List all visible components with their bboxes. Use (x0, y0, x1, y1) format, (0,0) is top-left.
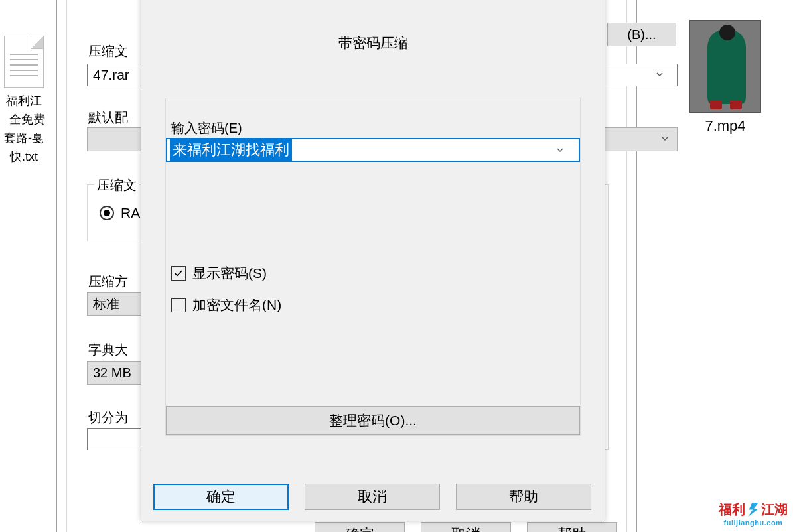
chevron-down-icon[interactable] (548, 139, 572, 161)
format-rar-radio[interactable]: RA (100, 205, 140, 221)
archive-name-label: 压缩文 (88, 42, 128, 60)
checkbox-unchecked-icon (171, 298, 186, 312)
parent-ok-button[interactable]: 确完 (315, 522, 405, 532)
dict-label: 字典大 (88, 341, 128, 359)
format-legend: 压缩文 (94, 176, 139, 194)
chevron-down-icon[interactable] (654, 67, 665, 83)
chevron-down-icon[interactable] (660, 132, 670, 147)
checkbox-checked-icon (171, 266, 186, 281)
profile-label: 默认配 (88, 109, 128, 127)
bolt-icon (748, 503, 758, 517)
video-filename: 7.mp4 (705, 117, 745, 135)
cancel-button[interactable]: 取消 (305, 484, 440, 510)
password-input[interactable]: 来福利江湖找福利 (166, 138, 580, 162)
encrypt-names-checkbox[interactable]: 加密文件名(N) (171, 296, 281, 314)
show-password-checkbox[interactable]: 显示密码(S) (171, 264, 267, 283)
watermark: 福利 江湖 fulijianghu.com (719, 501, 788, 527)
parent-cancel-button[interactable]: 取消 (421, 522, 511, 532)
txt-file-item[interactable]: 福利江 全免费 套路-戛 快.txt (3, 36, 45, 166)
password-value: 来福利江湖找福利 (170, 139, 292, 161)
password-group: 输入密码(E) 来福利江湖找福利 显示密码(S) 加密文件名(N) 整理密码(O… (165, 98, 581, 436)
video-file-item[interactable]: 7.mp4 (689, 20, 761, 135)
watermark-site: fulijianghu.com (724, 519, 783, 527)
watermark-cn-left: 福利 (719, 501, 745, 519)
ok-button[interactable]: 确定 (153, 484, 289, 510)
password-dialog-title: 带密码压缩 (141, 0, 605, 52)
method-label: 压缩方 (88, 273, 128, 291)
password-dialog-actions: 确定 取消 帮助 (153, 484, 593, 510)
parent-help-button[interactable]: 帮助 (527, 522, 617, 532)
browse-button[interactable]: (B)... (607, 23, 676, 46)
manage-passwords-button[interactable]: 整理密码(O)... (166, 406, 580, 435)
password-dialog: 带密码压缩 输入密码(E) 来福利江湖找福利 显示密码(S) 加密文件名(N) … (141, 0, 605, 521)
watermark-cn-right: 江湖 (761, 501, 788, 519)
split-label: 切分为 (88, 409, 128, 427)
txt-file-icon (4, 36, 44, 88)
txt-filename: 福利江 全免费 套路-戛 快.txt (3, 92, 45, 166)
help-button[interactable]: 帮助 (456, 484, 591, 510)
enter-password-label: 输入密码(E) (171, 119, 242, 137)
video-thumbnail (689, 20, 761, 113)
radio-dot-icon (100, 206, 114, 220)
